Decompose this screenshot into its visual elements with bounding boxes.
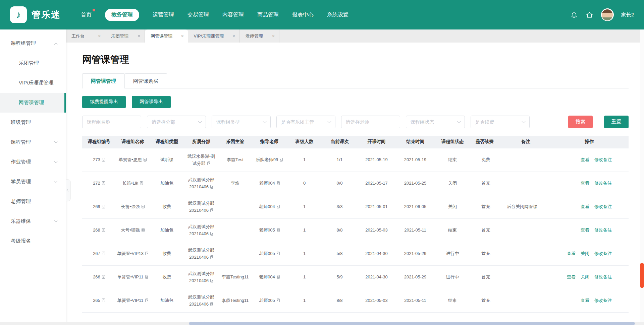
- filter-input[interactable]: [345, 119, 396, 125]
- filter-input[interactable]: [86, 119, 137, 125]
- nav-item[interactable]: 系统设置: [327, 9, 348, 21]
- view-link[interactable]: 查看: [567, 250, 576, 257]
- edit-remark-link[interactable]: 修改备注: [594, 226, 612, 234]
- edit-remark-link[interactable]: 修改备注: [594, 250, 612, 257]
- nav-item[interactable]: 首页: [81, 9, 92, 21]
- view-link[interactable]: 查看: [581, 203, 589, 210]
- view-link[interactable]: 查看: [581, 156, 589, 163]
- copy-icon[interactable]: [102, 181, 105, 185]
- copy-icon[interactable]: [277, 181, 280, 185]
- copy-icon[interactable]: [102, 205, 105, 208]
- nav-item[interactable]: 教务管理: [105, 9, 139, 21]
- sidebar-item[interactable]: 学员管理: [0, 172, 66, 192]
- copy-icon[interactable]: [210, 208, 213, 212]
- horizontal-scrollbar-thumb[interactable]: [189, 322, 635, 325]
- filter-field[interactable]: [471, 116, 530, 128]
- sidebar-item[interactable]: 作业管理: [0, 152, 66, 172]
- sidebar-item[interactable]: 课程组管理: [0, 34, 66, 53]
- filter-field[interactable]: [212, 116, 271, 128]
- copy-icon[interactable]: [277, 205, 280, 208]
- close-icon[interactable]: ×: [272, 34, 275, 39]
- filter-field[interactable]: [82, 116, 141, 128]
- close-course-link[interactable]: 关闭: [581, 250, 589, 257]
- nav-item[interactable]: 商品管理: [257, 9, 279, 21]
- copy-icon[interactable]: [144, 158, 147, 161]
- copy-icon[interactable]: [210, 255, 213, 259]
- edit-remark-link[interactable]: 修改备注: [594, 273, 612, 280]
- copy-icon[interactable]: [277, 252, 280, 255]
- filter-input[interactable]: [410, 119, 455, 125]
- view-link[interactable]: 查看: [581, 180, 589, 187]
- sidebar-item[interactable]: 乐器维保: [0, 211, 66, 231]
- sidebar-item[interactable]: 考级报名: [0, 231, 66, 251]
- copy-icon[interactable]: [142, 228, 145, 232]
- workspace-tab[interactable]: 工作台 ×: [66, 29, 105, 43]
- sidebar-item[interactable]: VIP/乐理课管理: [0, 73, 66, 93]
- nav-item[interactable]: 报表中心: [292, 9, 314, 21]
- view-link[interactable]: 查看: [581, 297, 589, 304]
- search-button[interactable]: 搜索: [568, 116, 593, 128]
- bell-icon[interactable]: [570, 11, 578, 19]
- copy-icon[interactable]: [145, 275, 148, 279]
- copy-icon[interactable]: [142, 205, 145, 208]
- copy-icon[interactable]: [102, 158, 105, 161]
- copy-icon[interactable]: [277, 275, 280, 279]
- copy-icon[interactable]: [210, 302, 213, 306]
- filter-field[interactable]: [276, 116, 335, 128]
- sidebar-item[interactable]: 网管课管理: [0, 93, 66, 113]
- sidebar-item[interactable]: 班级管理: [0, 113, 66, 132]
- reset-button[interactable]: 重置: [604, 116, 629, 128]
- copy-icon[interactable]: [102, 228, 105, 232]
- copy-icon[interactable]: [145, 252, 148, 255]
- copy-icon[interactable]: [145, 299, 148, 302]
- filter-input[interactable]: [151, 119, 197, 125]
- edit-remark-link[interactable]: 修改备注: [594, 297, 612, 304]
- copy-icon[interactable]: [102, 299, 105, 302]
- workspace-tab[interactable]: VIP/乐理课管理 ×: [188, 29, 240, 43]
- close-icon[interactable]: ×: [232, 34, 235, 39]
- filter-input[interactable]: [475, 119, 520, 125]
- close-course-link[interactable]: 关闭: [581, 273, 589, 280]
- user-name[interactable]: 家长2: [621, 12, 634, 18]
- sidebar-item[interactable]: 课程管理: [0, 132, 66, 152]
- copy-icon[interactable]: [210, 232, 213, 236]
- home-icon[interactable]: [586, 11, 594, 19]
- page-tab[interactable]: 网管课购买: [125, 73, 167, 88]
- copy-icon[interactable]: [210, 279, 213, 282]
- copy-icon[interactable]: [210, 185, 213, 189]
- vertical-scrollbar-thumb[interactable]: [640, 263, 644, 288]
- copy-icon[interactable]: [102, 275, 105, 279]
- export-button[interactable]: 网管课导出: [132, 96, 171, 108]
- copy-icon[interactable]: [277, 228, 280, 232]
- export-button[interactable]: 续费提醒导出: [82, 96, 126, 108]
- filter-field[interactable]: [406, 116, 465, 128]
- sidebar-collapse-handle[interactable]: [66, 179, 71, 201]
- filter-field[interactable]: [147, 116, 206, 128]
- copy-icon[interactable]: [140, 181, 143, 185]
- nav-item[interactable]: 交易管理: [187, 9, 209, 21]
- copy-icon[interactable]: [207, 161, 210, 165]
- workspace-tab[interactable]: 老师管理 ×: [240, 29, 279, 43]
- view-link[interactable]: 查看: [567, 273, 576, 280]
- avatar[interactable]: [601, 8, 614, 21]
- view-link[interactable]: 查看: [581, 226, 589, 234]
- sidebar-item[interactable]: 老师管理: [0, 192, 66, 211]
- edit-remark-link[interactable]: 修改备注: [594, 156, 612, 163]
- copy-icon[interactable]: [102, 252, 105, 255]
- workspace-tab[interactable]: 乐团管理 ×: [105, 29, 145, 43]
- copy-icon[interactable]: [280, 158, 283, 161]
- nav-item[interactable]: 运营管理: [153, 9, 174, 21]
- edit-remark-link[interactable]: 修改备注: [594, 203, 612, 210]
- workspace-tab[interactable]: 网管课管理 ×: [145, 29, 188, 43]
- sidebar-item[interactable]: 乐团管理: [0, 53, 66, 73]
- close-icon[interactable]: ×: [181, 34, 184, 39]
- filter-input[interactable]: [280, 119, 326, 125]
- close-icon[interactable]: ×: [138, 34, 140, 39]
- copy-icon[interactable]: [277, 299, 280, 302]
- edit-remark-link[interactable]: 修改备注: [594, 180, 612, 187]
- close-icon[interactable]: ×: [98, 34, 101, 39]
- filter-field[interactable]: [341, 116, 400, 128]
- page-tab[interactable]: 网管课管理: [82, 73, 125, 88]
- nav-item[interactable]: 内容管理: [222, 9, 244, 21]
- filter-input[interactable]: [216, 119, 261, 125]
